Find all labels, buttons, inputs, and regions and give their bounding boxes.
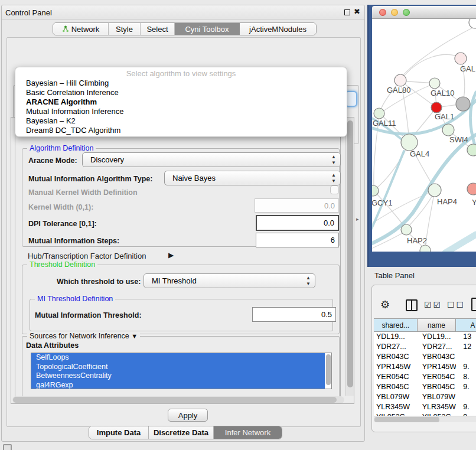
attribute-item-gal4rgexp[interactable]: gal4RGexp bbox=[31, 381, 325, 390]
bottom-tab-discretize-data[interactable]: Discretize Data bbox=[149, 426, 214, 439]
table-cell: 8. bbox=[456, 372, 476, 382]
algorithm-option-mutual-information-inference[interactable]: Mutual Information Inference bbox=[15, 107, 347, 116]
panel-splitter-handle-icon[interactable]: ▸ bbox=[356, 216, 359, 222]
table-cell: YER054C bbox=[374, 372, 418, 382]
bottom-tab-impute-data[interactable]: Impute Data bbox=[89, 426, 149, 439]
column-view-icon[interactable] bbox=[406, 299, 418, 311]
settings-vscrollbar-thumb[interactable] bbox=[347, 120, 353, 387]
table-hscrollbar[interactable] bbox=[374, 416, 476, 422]
dropdown-prompt: Select algorithm to view settings bbox=[15, 69, 347, 79]
algorithm-option-aracne-algorithm[interactable]: ARACNE Algorithm bbox=[15, 97, 347, 107]
settings-hscrollbar[interactable] bbox=[12, 396, 344, 403]
node-table: shared...nameA YDL19...YDL19...13YDR27..… bbox=[374, 318, 476, 422]
float-icon[interactable] bbox=[344, 9, 350, 15]
new-table-icon[interactable] bbox=[471, 298, 476, 311]
minimize-traffic-light-icon[interactable] bbox=[391, 9, 398, 16]
mi-algorithm-type-combo[interactable]: Naive Bayes ▲▼ bbox=[164, 171, 341, 185]
network-node-swi4[interactable] bbox=[442, 124, 454, 136]
network-node-gal11[interactable] bbox=[374, 108, 384, 119]
mi-threshold-group: MI Threshold Definition Mutual Informati… bbox=[30, 299, 333, 331]
apply-button[interactable]: Apply bbox=[168, 409, 208, 422]
network-node-gal10[interactable] bbox=[429, 78, 440, 89]
table-cell: YBL079W bbox=[418, 392, 457, 402]
network-canvas[interactable]: GALGAL80GAL10GAL1GAL11SWI4GAL4GCY1HAP4YH… bbox=[372, 19, 476, 252]
tab-style[interactable]: Style bbox=[109, 23, 141, 35]
tab-label: jActiveMNodules bbox=[249, 25, 307, 34]
column-header-a[interactable]: A bbox=[456, 319, 476, 331]
network-node[interactable] bbox=[469, 19, 476, 28]
table-cell bbox=[456, 352, 476, 362]
unselect-all-columns-icon[interactable]: ☐☐ bbox=[447, 300, 465, 309]
network-node-hap2[interactable] bbox=[401, 224, 412, 235]
table-row[interactable]: YBL079WYBL079W bbox=[374, 392, 476, 402]
network-node-hap4[interactable] bbox=[428, 184, 441, 197]
list-scrollbar-thumb[interactable] bbox=[326, 354, 331, 385]
aracne-mode-combo[interactable]: Discovery ▲▼ bbox=[82, 152, 341, 167]
table-cell: YDR27... bbox=[374, 342, 418, 352]
table-cell: YBR045C bbox=[418, 382, 457, 392]
network-node-gal1[interactable] bbox=[431, 102, 442, 113]
algorithm-definition-group: Algorithm Definition Aracne Mode: Discov… bbox=[22, 148, 340, 247]
table-cell: YBL079W bbox=[374, 392, 418, 402]
gear-icon[interactable]: ⚙ bbox=[380, 298, 390, 311]
tab-jactivemnodules[interactable]: jActiveMNodules bbox=[240, 23, 316, 35]
network-node-gal80[interactable] bbox=[395, 74, 406, 86]
kernel-width-field[interactable]: 0.0 bbox=[255, 198, 339, 213]
network-node[interactable] bbox=[467, 144, 476, 156]
sources-collapse-icon[interactable]: ▼ bbox=[131, 332, 138, 340]
table-row[interactable]: YBR043CYBR043C bbox=[374, 352, 476, 362]
settings-hscrollbar-thumb[interactable] bbox=[13, 397, 337, 403]
close-icon[interactable]: ✖ bbox=[354, 7, 360, 16]
mi-steps-field[interactable]: 6 bbox=[256, 233, 339, 247]
algorithm-option-bayesian-hill-climbing[interactable]: Bayesian – Hill Climbing bbox=[15, 79, 347, 88]
maximize-traffic-light-icon[interactable] bbox=[403, 9, 410, 16]
manual-kernel-checkbox[interactable] bbox=[330, 185, 339, 194]
settings-vscrollbar[interactable] bbox=[345, 118, 354, 396]
table-row[interactable]: YBR045CYBR045C9. bbox=[374, 382, 476, 392]
table-cell: YPR145W bbox=[418, 362, 457, 372]
tab-network[interactable]: Network bbox=[53, 23, 109, 35]
tab-cyni-toolbox[interactable]: Cyni Toolbox bbox=[175, 23, 240, 35]
network-node-gal4[interactable] bbox=[401, 134, 418, 151]
table-hscrollbar-thumb[interactable] bbox=[374, 417, 439, 422]
tab-bar: NetworkStyleSelectCyni ToolboxjActiveMNo… bbox=[53, 22, 317, 35]
table-row[interactable]: YDL19...YDL19...13 bbox=[374, 332, 476, 342]
node-label: HAP4 bbox=[437, 197, 457, 206]
tab-select[interactable]: Select bbox=[141, 23, 175, 35]
mi-type-label: Mutual Information Algorithm Type: bbox=[28, 175, 152, 183]
attribute-item-topologicalcoefficient[interactable]: TopologicalCoefficient bbox=[31, 363, 325, 372]
bottom-tab-infer-network[interactable]: Infer Network bbox=[214, 426, 282, 439]
attribute-item-selfloops[interactable]: SelfLoops bbox=[31, 353, 325, 363]
algorithm-option-bayesian-k2[interactable]: Bayesian – K2 bbox=[15, 116, 347, 126]
node-label: GAL1 bbox=[435, 112, 454, 121]
which-threshold-combo[interactable]: MI Threshold ▲▼ bbox=[144, 273, 315, 288]
algorithm-option-dream8-dc-tdc-algorithm[interactable]: Dream8 DC_TDC Algorithm bbox=[15, 126, 347, 135]
attribute-item-betweennesscentrality[interactable]: BetweennessCentrality bbox=[31, 371, 325, 381]
table-row[interactable]: YLR345WYLR345W9. bbox=[374, 402, 476, 412]
screen: Control Panel ✖ NetworkStyleSelectCyni T… bbox=[0, 0, 476, 450]
sources-title-text: Sources for Network Inference bbox=[30, 332, 129, 340]
close-traffic-light-icon[interactable] bbox=[379, 9, 386, 16]
threshold-definition-title: Threshold Definition bbox=[27, 260, 97, 269]
table-cell: YBR043C bbox=[374, 352, 418, 362]
mi-threshold-field[interactable]: 0.5 bbox=[252, 307, 336, 322]
node-label: GAL80 bbox=[387, 86, 410, 94]
table-row[interactable]: YDR27...YDR27...12 bbox=[374, 342, 476, 352]
table-cell: 12 bbox=[456, 342, 476, 352]
table-cell: YBR045C bbox=[374, 382, 418, 392]
dpi-tolerance-field[interactable]: 0.0 bbox=[256, 215, 339, 231]
table-cell: YDL19... bbox=[418, 332, 457, 342]
bottom-corner-icon[interactable] bbox=[3, 444, 12, 450]
column-header-shared-[interactable]: shared... bbox=[374, 319, 418, 331]
network-node[interactable] bbox=[456, 97, 470, 111]
algorithm-option-basic-correlation-inference[interactable]: Basic Correlation Inference bbox=[15, 88, 347, 97]
column-header-name[interactable]: name bbox=[418, 319, 455, 331]
tab-label: Network bbox=[71, 25, 100, 34]
select-all-columns-icon[interactable]: ☑☑ bbox=[424, 300, 442, 309]
mi-threshold-title: MI Threshold Definition bbox=[35, 295, 115, 303]
table-row[interactable]: YER054CYER054C8. bbox=[374, 372, 476, 382]
network-node-gal[interactable] bbox=[455, 53, 467, 64]
network-node-y[interactable] bbox=[467, 183, 476, 195]
hub-expand-arrow-icon[interactable]: ▶ bbox=[168, 251, 174, 259]
table-row[interactable]: YPR145WYPR145W9. bbox=[374, 362, 476, 372]
